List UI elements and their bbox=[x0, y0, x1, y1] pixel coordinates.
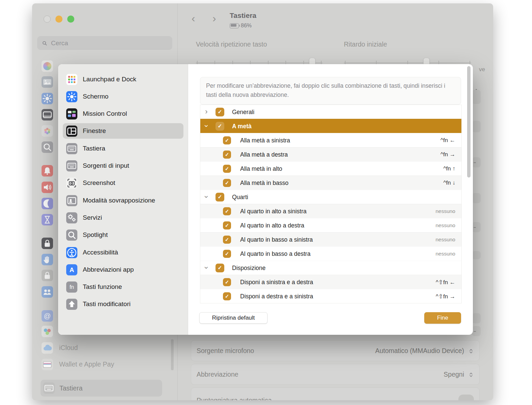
checkbox-checked[interactable]: ✓ bbox=[223, 179, 231, 187]
wallpaper-icon[interactable] bbox=[42, 76, 53, 88]
shortcut-value[interactable]: ^fn ↑ bbox=[444, 165, 455, 172]
sheet-sidebar-item-tasti-modificatori[interactable]: Tasti modificatori bbox=[63, 296, 183, 312]
keyboard-icon bbox=[43, 382, 55, 394]
shortcut-group-row-generali[interactable]: ›✓Generali bbox=[200, 105, 461, 119]
magnifier-icon bbox=[66, 230, 77, 241]
checkbox-checked[interactable]: ✓ bbox=[223, 151, 231, 159]
checkbox-checked[interactable]: ✓ bbox=[216, 122, 224, 131]
checkbox-checked[interactable]: ✓ bbox=[223, 292, 231, 300]
icloud-icon[interactable] bbox=[42, 342, 53, 354]
done-button[interactable]: Fine bbox=[424, 312, 461, 324]
shortcut-row-alla-met-in-basso[interactable]: ✓Alla metà in basso^fn ↓ bbox=[200, 176, 461, 190]
sheet-sidebar-item-servizi[interactable]: Servizi bbox=[63, 210, 183, 225]
shortcut-value[interactable]: nessuno bbox=[435, 208, 455, 214]
disclosure-down-icon[interactable]: › bbox=[203, 264, 210, 271]
sidebar-item-tastiera-selected[interactable]: Tastiera bbox=[41, 380, 162, 397]
shortcut-row-al-quarto-in-alto-a-sinistra[interactable]: ✓Al quarto in alto a sinistranessuno bbox=[200, 204, 461, 218]
lock-screen-icon[interactable] bbox=[42, 238, 53, 249]
toggle-switch[interactable] bbox=[458, 395, 474, 400]
users-groups-icon[interactable] bbox=[42, 286, 53, 298]
disclosure-right-icon[interactable]: › bbox=[203, 108, 210, 115]
stepper-icon[interactable] bbox=[468, 372, 474, 377]
close-window-button[interactable] bbox=[44, 16, 51, 23]
checkbox-checked[interactable]: ✓ bbox=[216, 193, 224, 201]
shortcut-value[interactable]: nessuno bbox=[435, 251, 455, 257]
shortcut-row-disponi-a-destra-e-a-sinistra[interactable]: ✓Disponi a destra e a sinistra^⇧fn → bbox=[200, 289, 461, 303]
forward-button[interactable]: › bbox=[212, 13, 216, 24]
auto-punctuation-row-clipped[interactable]: Punteggiatura automatica bbox=[191, 387, 480, 400]
disclosure-down-icon[interactable]: › bbox=[203, 123, 210, 129]
passwords-icon[interactable] bbox=[42, 270, 53, 281]
sheet-sidebar-item-spotlight[interactable]: Spotlight bbox=[63, 227, 183, 243]
sheet-sidebar-item-screenshot[interactable]: Screenshot bbox=[63, 175, 183, 191]
sheet-sidebar-item-tastiera[interactable]: Tastiera bbox=[63, 141, 183, 156]
checkbox-checked[interactable]: ✓ bbox=[216, 264, 224, 272]
desktop-dock-icon[interactable] bbox=[42, 109, 53, 120]
game-center-icon[interactable] bbox=[42, 326, 53, 337]
shortcut-label: Quarti bbox=[232, 193, 248, 200]
screen-time-icon[interactable] bbox=[42, 214, 53, 225]
search-input[interactable]: Cerca bbox=[37, 36, 172, 50]
sheet-sidebar-item-tasti-funzione[interactable]: fnTasti funzione bbox=[63, 279, 183, 295]
checkbox-checked[interactable]: ✓ bbox=[223, 250, 231, 258]
checkbox-checked[interactable]: ✓ bbox=[223, 236, 231, 244]
wallet-icon[interactable] bbox=[42, 359, 53, 370]
checkbox-checked[interactable]: ✓ bbox=[216, 108, 224, 116]
shortcut-value[interactable]: nessuno bbox=[435, 237, 455, 243]
minimize-window-button[interactable] bbox=[55, 16, 62, 23]
checkbox-checked[interactable]: ✓ bbox=[223, 278, 231, 286]
sheet-sidebar-item-label: Sorgenti di input bbox=[83, 162, 129, 169]
zoom-window-button[interactable] bbox=[67, 16, 74, 23]
display-icon[interactable] bbox=[42, 93, 53, 104]
sheet-sidebar-item-abbreviazioni-app[interactable]: AAbbreviazioni app bbox=[63, 262, 183, 277]
shortcut-row-al-quarto-in-basso-a-destra[interactable]: ✓Al quarto in basso a destranessuno bbox=[200, 246, 461, 261]
search-icon bbox=[42, 40, 48, 46]
shortcut-value[interactable]: ^fn ← bbox=[440, 137, 455, 144]
restore-defaults-button[interactable]: Ripristina default bbox=[199, 312, 268, 324]
sheet-sidebar-item-sorgenti-di-input[interactable]: Sorgenti di input bbox=[63, 158, 183, 173]
sheet-sidebar-item-launchpad-e-dock[interactable]: Launchpad e Dock bbox=[63, 72, 183, 87]
disclosure-down-icon[interactable]: › bbox=[203, 193, 210, 200]
shortcut-row-alla-met-a-destra[interactable]: ✓Alla metà a destra^fn → bbox=[200, 147, 461, 161]
spotlight-search-icon[interactable] bbox=[42, 141, 53, 153]
internet-accounts-icon[interactable]: @ bbox=[42, 310, 53, 322]
shortcut-row-al-quarto-in-basso-a-sinistra[interactable]: ✓Al quarto in basso a sinistranessuno bbox=[200, 232, 461, 246]
sidebar-item-wallet[interactable]: Wallet e Apple Pay bbox=[59, 360, 114, 368]
checkbox-checked[interactable]: ✓ bbox=[223, 221, 231, 230]
shortcut-row-alla-met-in-alto[interactable]: ✓Alla metà in alto^fn ↑ bbox=[200, 161, 461, 176]
microphone-source-row[interactable]: Sorgente microfono Automatico (MMAudio D… bbox=[191, 340, 480, 361]
sheet-scrollbar[interactable] bbox=[467, 66, 471, 178]
shortcut-row-al-quarto-in-alto-a-destra[interactable]: ✓Al quarto in alto a destranessuno bbox=[200, 218, 461, 232]
shortcut-group-row-a-met[interactable]: ›✓A metà bbox=[200, 119, 461, 133]
notifications-icon[interactable] bbox=[42, 165, 53, 177]
shortcut-group-row-quarti[interactable]: ›✓Quarti bbox=[200, 190, 461, 204]
shortcut-label: Al quarto in basso a sinistra bbox=[240, 236, 313, 243]
siri-icon[interactable] bbox=[42, 60, 53, 72]
sound-icon[interactable] bbox=[42, 182, 53, 193]
stepper-icon[interactable] bbox=[468, 348, 474, 354]
shortcut-value[interactable]: ^⇧fn ← bbox=[436, 278, 455, 286]
shortcut-value[interactable]: ^fn → bbox=[440, 151, 455, 158]
sheet-sidebar-item-schermo[interactable]: Schermo bbox=[63, 89, 183, 104]
focus-icon[interactable] bbox=[42, 198, 53, 209]
sidebar-scrollbar[interactable] bbox=[171, 339, 174, 370]
sidebar-item-icloud[interactable]: iCloud bbox=[59, 344, 78, 352]
shortcut-value[interactable]: nessuno bbox=[435, 222, 455, 228]
screen-saver-icon[interactable] bbox=[42, 125, 53, 137]
checkbox-checked[interactable]: ✓ bbox=[223, 165, 231, 173]
shortcut-row-alla-met-a-sinistra[interactable]: ✓Alla metà a sinistra^fn ← bbox=[200, 133, 461, 147]
checkbox-checked[interactable]: ✓ bbox=[223, 207, 231, 215]
shortcut-group-row-disposizione[interactable]: ›✓Disposizione bbox=[200, 261, 461, 275]
sheet-sidebar-item-accessibilit[interactable]: Accessibilità bbox=[63, 245, 183, 260]
privacy-icon[interactable] bbox=[42, 254, 53, 265]
checkbox-checked[interactable]: ✓ bbox=[223, 136, 231, 144]
shortcut-value[interactable]: ^fn ↓ bbox=[444, 180, 455, 186]
battery-percent: 86% bbox=[241, 23, 252, 29]
shortcut-row-bg[interactable]: Abbreviazione Spegni bbox=[191, 364, 480, 385]
sheet-sidebar-item-mission-control[interactable]: Mission Control bbox=[63, 106, 183, 122]
shortcut-row-disponi-a-sinistra-e-a-destra[interactable]: ✓Disponi a sinistra e a destra^⇧fn ← bbox=[200, 275, 461, 289]
shortcut-value[interactable]: ^⇧fn → bbox=[436, 293, 455, 300]
sheet-sidebar-item-modalit-sovrapposizione[interactable]: Modalità sovrapposizione bbox=[63, 193, 183, 208]
back-button[interactable]: ‹ bbox=[192, 13, 195, 24]
sheet-sidebar-item-finestre[interactable]: Finestre bbox=[63, 123, 183, 139]
